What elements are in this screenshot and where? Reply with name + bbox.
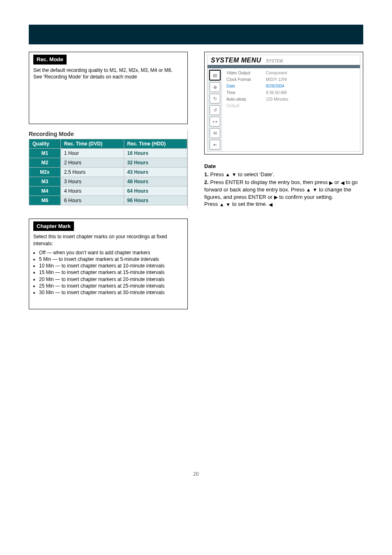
recording-mode-title: Recording Mode [29, 130, 187, 139]
setting-key: Clock Format [226, 76, 259, 83]
list-item: 5 Min — to insert chapter markers at 5-m… [39, 256, 183, 263]
setting-value: Component [266, 70, 287, 76]
step-2-tf: to set the time. [232, 201, 267, 207]
left-arrow-icon: ◀ [341, 180, 344, 186]
quality-cell: M4 [29, 186, 61, 196]
col-hdd-time: Rec. Time (HDD) [124, 139, 187, 148]
system-menu-title: SYSTEM MENU [211, 57, 261, 64]
chapter-mark-intro: Select this to insert chapter marks on y… [33, 233, 183, 246]
step-2-ta: Press ENTER to display the entry box, th… [210, 179, 329, 185]
step-1-ta: Press [210, 171, 225, 177]
left-arrow-icon: ◀ [269, 201, 272, 208]
list-item: Off — when you don’t want to add chapter… [39, 249, 183, 256]
recording-mode-table: Quality Rec. Time (DVD) Rec. Time (HDD) … [29, 139, 187, 205]
up-arrow-icon: ▲ [306, 187, 311, 193]
down-arrow-icon: ▼ [232, 171, 237, 178]
setting-value: 8/28/2004 [266, 83, 284, 90]
dvd-cell: 2 Hours [61, 158, 124, 167]
date-heading: Date [204, 163, 216, 169]
date-instructions: Date 1. Press ▲ ▼ to select ‘Date’. 2. P… [204, 163, 363, 208]
setting-key: Default [226, 103, 259, 109]
step-1-num: 1. [204, 171, 209, 177]
col-quality: Quality [29, 139, 61, 148]
down-arrow-icon: ▼ [312, 187, 317, 193]
sys-icon[interactable]: ▤ [209, 70, 221, 81]
recording-mode-block: Recording Mode Quality Rec. Time (DVD) R… [29, 130, 188, 209]
right-arrow-icon: ▶ [329, 180, 333, 186]
rec-mode-title: Rec. Mode [33, 55, 67, 64]
section-header-bar [29, 25, 363, 44]
system-menu-row[interactable]: Time9:36:50 AM [226, 90, 357, 96]
list-item: 10 Min — to insert chapter markers at 10… [39, 263, 183, 269]
dvd-cell: 1 Hour [61, 148, 124, 158]
setting-value: M/D/Y-12Hr [266, 76, 287, 83]
table-row: M11 Hour16 Hours [29, 148, 187, 158]
up-arrow-icon: ▲ [219, 201, 224, 208]
exit-icon[interactable]: ⇤ [210, 140, 220, 150]
col-dvd-time: Rec. Time (DVD) [61, 139, 124, 148]
up-arrow-icon: ▲ [225, 171, 230, 178]
step-2-tb: or [334, 179, 341, 185]
list-item: 30 Min — to insert chapter markers at 30… [39, 289, 183, 296]
table-row: M2x2.5 Hours43 Hours [29, 167, 187, 177]
system-menu-screenshot: SYSTEM MENU SYSTEM ▤⊕↻↺•◦•✉⇤ Video Outpu… [204, 52, 363, 154]
setting-key: Date [226, 83, 259, 90]
system-menu-settings: Video OutputComponentClock FormatM/D/Y-1… [222, 68, 360, 151]
play-a-icon[interactable]: ↻ [210, 94, 220, 104]
system-menu-row[interactable]: Clock FormatM/D/Y-12Hr [226, 76, 357, 83]
list-item: 20 Min — to insert chapter markers at 20… [39, 276, 183, 283]
hdd-cell: 96 Hours [124, 196, 187, 205]
chapter-mark-title: Chapter Mark [33, 221, 74, 231]
table-row: M44 Hours64 Hours [29, 186, 187, 196]
list-item: 15 Min — to insert chapter markers at 15… [39, 269, 183, 276]
audio-icon[interactable]: •◦• [210, 117, 220, 127]
dvd-cell: 2.5 Hours [61, 167, 124, 177]
quality-cell: M3 [29, 177, 61, 186]
down-arrow-icon: ▼ [226, 201, 231, 208]
hdd-cell: 48 Hours [124, 177, 187, 186]
system-menu-row[interactable]: Auto-sleep120 Minutes [226, 96, 357, 103]
right-arrow-icon: ▶ [274, 194, 278, 200]
page-number: 20 [29, 471, 363, 477]
lang-icon[interactable]: ⊕ [210, 82, 220, 92]
dvd-cell: 3 Hours [61, 177, 124, 186]
quality-cell: M2 [29, 158, 61, 167]
system-menu-row[interactable]: Default [226, 103, 357, 109]
setting-key: Time [226, 90, 259, 96]
hdd-cell: 16 Hours [124, 148, 187, 158]
step-2: 2. Press ENTER to display the entry box,… [204, 179, 363, 208]
setting-key: Auto-sleep [226, 96, 259, 103]
dvd-cell: 6 Hours [61, 196, 124, 205]
play-b-icon[interactable]: ↺ [210, 105, 220, 115]
system-menu-row[interactable]: Date8/28/2004 [226, 83, 357, 90]
step-1-tb: to select ‘Date’. [238, 171, 274, 177]
system-menu-tag: SYSTEM [266, 59, 283, 63]
table-row: M22 Hours32 Hours [29, 158, 187, 167]
setting-key: Video Output [226, 70, 259, 76]
setting-value: 120 Minutes [266, 96, 288, 103]
quality-cell: M2x [29, 167, 61, 177]
gv-icon[interactable]: ✉ [210, 128, 220, 138]
hdd-cell: 32 Hours [124, 158, 187, 167]
hdd-cell: 43 Hours [124, 167, 187, 177]
list-item: 25 Min — to insert chapter markers at 25… [39, 283, 183, 289]
hdd-cell: 64 Hours [124, 186, 187, 196]
chapter-mark-box: Chapter Mark Select this to insert chapt… [29, 219, 188, 309]
system-menu-icon-bar: ▤⊕↻↺•◦•✉⇤ [208, 68, 222, 151]
quality-cell: M1 [29, 148, 61, 158]
quality-cell: M6 [29, 196, 61, 205]
chapter-mark-list: Off — when you don’t want to add chapter… [39, 249, 183, 296]
dvd-cell: 4 Hours [61, 186, 124, 196]
system-menu-row[interactable]: Video OutputComponent [226, 70, 357, 76]
step-1: 1. Press ▲ ▼ to select ‘Date’. [204, 171, 363, 178]
table-row: M33 Hours48 Hours [29, 177, 187, 186]
step-2-num: 2. [204, 179, 209, 185]
setting-value: 9:36:50 AM [266, 90, 287, 96]
rec-mode-box: Rec. Mode Set the default recording qual… [29, 52, 188, 124]
rec-mode-text: Set the default recording quality to M1,… [33, 67, 183, 80]
table-row: M66 Hours96 Hours [29, 196, 187, 205]
